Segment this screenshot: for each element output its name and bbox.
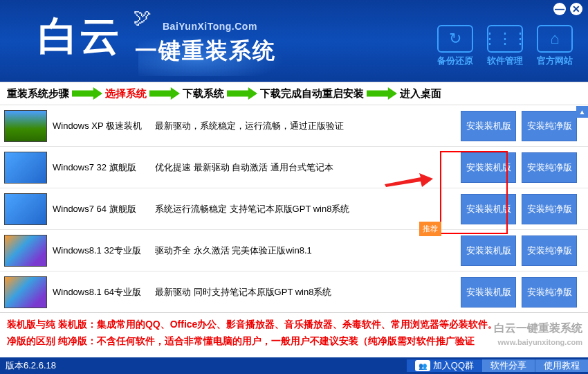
window-controls: — ✕: [553, 3, 582, 15]
os-thumbnail: [4, 193, 47, 225]
step-1: 重装系统步骤: [7, 87, 69, 100]
note-line-1: 装机版：集成常用的QQ、Office办公、影音播放器、音乐播放器、杀毒软件、常用…: [58, 319, 497, 330]
arrow-icon: [72, 87, 102, 100]
install-standard-button[interactable]: 安装装机版: [461, 152, 516, 183]
qq-icon: 👥: [415, 360, 430, 371]
home-icon: ⌂: [537, 25, 573, 53]
nav-label: 备份还原: [434, 55, 476, 67]
scroll-up-button[interactable]: ▲: [576, 106, 588, 118]
watermark-title: 白云一键重装系统: [494, 321, 582, 335]
os-description: 最新驱动，系统稳定，运行流畅，通过正版验证: [155, 120, 455, 132]
nav-backup-restore[interactable]: ↻ 备份还原: [434, 25, 476, 67]
refresh-icon: ↻: [437, 25, 473, 53]
os-row: Windows8.1 32专业版驱动齐全 永久激活 完美体验正版win8.1安装…: [0, 230, 588, 271]
bird-icon: 🕊: [134, 7, 151, 28]
os-description: 驱动齐全 永久激活 完美体验正版win8.1: [155, 244, 455, 257]
os-action-buttons: 安装装机版安装纯净版: [461, 194, 577, 224]
version-label: 版本6.2.6.18: [6, 359, 407, 372]
logo: 白云: [38, 10, 121, 64]
logo-subtitle: BaiYunXiTong.Com: [163, 21, 257, 32]
os-thumbnail: [4, 276, 47, 308]
os-thumbnail: [4, 235, 47, 267]
annotation-arrow-icon: [385, 173, 433, 190]
top-nav: ↻ 备份还原 ⋮⋮⋮ 软件管理 ⌂ 官方网站: [434, 25, 576, 67]
arrow-icon: [367, 87, 397, 100]
step-4: 下载完成自动重启安装: [260, 87, 364, 100]
os-name: Windows8.1 32专业版: [53, 244, 149, 257]
install-clean-button[interactable]: 安装纯净版: [522, 111, 577, 141]
install-clean-button[interactable]: 安装纯净版: [522, 235, 577, 266]
os-name: Windows8.1 64专业版: [53, 286, 149, 299]
os-name: Windows7 32 旗舰版: [53, 161, 149, 174]
install-clean-button[interactable]: 安装纯净版: [522, 277, 577, 308]
recommend-tag: 推荐: [419, 222, 441, 236]
join-qq-button[interactable]: 👥加入QQ群: [407, 359, 482, 372]
os-row: Windows8.1 64专业版最新驱动 同时支持笔记本原版GPT win8系统…: [0, 271, 588, 313]
os-name: Windows7 64 旗舰版: [53, 203, 149, 215]
share-button[interactable]: 软件分享: [482, 359, 535, 372]
step-bar: 重装系统步骤 选择系统 下载系统 下载完成自动重启安装 进入桌面: [0, 82, 588, 105]
install-standard-button[interactable]: 安装装机版: [461, 277, 516, 308]
os-description: 系统运行流畅稳定 支持笔记本原版GPT win8系统: [155, 203, 455, 215]
os-list[interactable]: Windows XP 极速装机最新驱动，系统稳定，运行流畅，通过正版验证安装装机…: [0, 105, 588, 313]
os-description: 最新驱动 同时支持笔记本原版GPT win8系统: [155, 286, 455, 299]
step-2-active: 选择系统: [105, 87, 147, 100]
watermark-url: www.baiyunxitong.com: [494, 335, 582, 349]
close-button[interactable]: ✕: [570, 3, 582, 15]
footer-bar: 版本6.2.6.18 👥加入QQ群 软件分享 使用教程: [0, 357, 588, 374]
os-name: Windows XP 极速装机: [53, 120, 149, 132]
os-row: Windows XP 极速装机最新驱动，系统稳定，运行流畅，通过正版验证安装装机…: [0, 105, 588, 147]
arrow-icon: [149, 87, 180, 100]
os-action-buttons: 安装装机版安装纯净版: [461, 111, 577, 141]
logo-tagline: 一键重装系统: [135, 36, 276, 66]
app-header: 白云 🕊 BaiYunXiTong.Com 一键重装系统 — ✕ ↻ 备份还原 …: [0, 0, 588, 82]
os-action-buttons: 安装装机版安装纯净版: [461, 235, 577, 266]
tutorial-button[interactable]: 使用教程: [535, 359, 588, 372]
watermark: 白云一键重装系统 www.baiyunxitong.com: [494, 321, 582, 349]
install-standard-button[interactable]: 安装装机版: [461, 235, 516, 266]
nav-software-manage[interactable]: ⋮⋮⋮ 软件管理: [484, 25, 526, 67]
os-row: Windows7 32 旗舰版优化提速 最新驱动 自动激活 通用台式笔记本安装装…: [0, 147, 588, 188]
nav-official-site[interactable]: ⌂ 官方网站: [534, 25, 576, 67]
step-5: 进入桌面: [400, 87, 441, 100]
step-3: 下载系统: [183, 87, 224, 100]
install-clean-button[interactable]: 安装纯净版: [522, 152, 577, 183]
os-thumbnail: [4, 110, 47, 142]
os-row: Windows7 64 旗舰版系统运行流畅稳定 支持笔记本原版GPT win8系…: [0, 188, 588, 230]
install-standard-button[interactable]: 安装装机版: [461, 111, 516, 141]
logo-text-cn: 白云: [38, 10, 121, 64]
svg-marker-0: [385, 173, 433, 187]
minimize-button[interactable]: —: [553, 3, 566, 15]
os-action-buttons: 安装装机版安装纯净版: [461, 152, 577, 183]
nav-label: 官方网站: [534, 55, 576, 67]
os-thumbnail: [4, 152, 47, 184]
install-standard-button[interactable]: 安装装机版: [461, 194, 516, 224]
grid-icon: ⋮⋮⋮: [487, 25, 523, 53]
note-line-2: 纯净版：不含任何软件，适合非常懂电脑的用户，一般用户不建议安装（纯净版需对软件推…: [58, 335, 475, 346]
os-action-buttons: 安装装机版安装纯净版: [461, 277, 577, 308]
arrow-icon: [227, 87, 257, 100]
os-description: 优化提速 最新驱动 自动激活 通用台式笔记本: [155, 161, 455, 174]
note-label-2: 净版的区别: [7, 335, 55, 346]
notes-area: 装机版与纯 装机版：集成常用的QQ、Office办公、影音播放器、音乐播放器、杀…: [0, 313, 588, 350]
note-label-1: 装机版与纯: [7, 319, 55, 330]
install-clean-button[interactable]: 安装纯净版: [522, 194, 577, 224]
nav-label: 软件管理: [484, 55, 526, 67]
